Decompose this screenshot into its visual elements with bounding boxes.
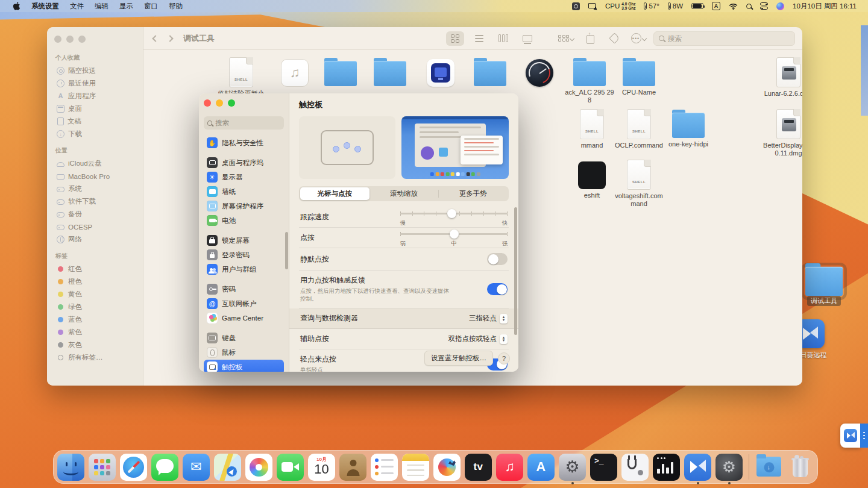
file-hidden-command[interactable]: SHELL mmand: [566, 109, 618, 149]
folder-cpu-name[interactable]: CPU-Name: [613, 57, 665, 96]
settings-search-field[interactable]: [204, 116, 284, 130]
settings-item-login-password[interactable]: 登录密码: [204, 248, 284, 262]
lookup-dropdown[interactable]: 三指轻点 ▲▼: [469, 314, 508, 324]
view-columns-button[interactable]: [494, 31, 512, 46]
input-source[interactable]: A: [708, 2, 725, 10]
sidebar-tag-orange[interactable]: 橙色: [54, 275, 138, 288]
sidebar-item-documents[interactable]: 文稿: [54, 115, 138, 128]
menu-app-name[interactable]: 系统设置: [26, 2, 64, 11]
file-betterdisplay-dmg[interactable]: BetterDisplay-v2.0.11.dmg: [763, 109, 802, 157]
settings-item-users-groups[interactable]: 用户与群组: [204, 262, 284, 277]
tracking-speed-slider[interactable]: 慢快: [400, 213, 508, 222]
dock-trash[interactable]: [787, 454, 814, 481]
file-oclp-command[interactable]: SHELL OCLP.command: [613, 109, 665, 149]
spotlight-search[interactable]: [742, 4, 756, 9]
wifi-status[interactable]: [725, 3, 742, 10]
sidebar-tag-purple[interactable]: 紫色: [54, 326, 138, 339]
dock-messages[interactable]: [151, 454, 178, 481]
siri[interactable]: [772, 2, 788, 10]
sidebar-tag-green[interactable]: 绿色: [54, 301, 138, 313]
slider-thumb[interactable]: [447, 209, 456, 218]
dock-appstore[interactable]: A: [527, 454, 555, 481]
tab-more-gestures[interactable]: 更多手势: [438, 187, 508, 200]
temperature-status[interactable]: 57°: [640, 2, 663, 10]
settings-item-screensaver[interactable]: 屏幕保护程序: [204, 199, 284, 213]
slider-thumb[interactable]: [450, 230, 459, 239]
desktop-folder-debug-tools[interactable]: 调试工具: [797, 265, 851, 306]
forward-button[interactable]: [166, 35, 173, 42]
sidebar-all-tags[interactable]: 所有标签…: [54, 351, 138, 364]
sidebar-item-backup-disk[interactable]: 备份: [54, 208, 138, 221]
battery-status[interactable]: [687, 3, 708, 9]
setup-bluetooth-trackpad-button[interactable]: 设置蓝牙触控板…: [424, 351, 493, 366]
menu-view[interactable]: 显示: [114, 2, 139, 11]
sidebar-tag-yellow[interactable]: 黄色: [54, 288, 138, 301]
view-list-button[interactable]: [470, 31, 488, 46]
file-lunar-dmg[interactable]: Lunar-6.2.6.dmg: [763, 57, 802, 98]
file-music[interactable]: ♫: [269, 57, 321, 87]
sidebar-item-ocesp-disk[interactable]: OCESP: [54, 221, 138, 233]
menu-clock[interactable]: 10月10日 周四 16:11: [788, 2, 861, 11]
sidebar-tag-gray[interactable]: 灰色: [54, 339, 138, 351]
tab-scroll-zoom[interactable]: 滚动缩放: [370, 187, 439, 200]
sidebar-item-desktop[interactable]: 桌面: [54, 102, 138, 115]
control-center[interactable]: [756, 2, 772, 10]
settings-item-passwords[interactable]: 密码: [204, 282, 284, 296]
finder-traffic-lights[interactable]: [54, 36, 138, 43]
finder-search-field[interactable]: [653, 31, 795, 46]
settings-item-privacy[interactable]: ✋隐私与安全性: [204, 136, 284, 150]
search-input[interactable]: [668, 34, 790, 43]
silent-click-toggle[interactable]: [487, 253, 508, 265]
cpu-status[interactable]: CPU 4.0 Ghz3.9 Ghz: [601, 2, 640, 10]
view-gallery-button[interactable]: [518, 31, 536, 46]
tab-point-click[interactable]: 光标与点按: [300, 187, 370, 200]
dock-photos[interactable]: [245, 454, 272, 481]
settings-traffic-lights[interactable]: [204, 99, 284, 107]
menu-window[interactable]: 窗口: [139, 2, 163, 11]
sidebar-item-system-disk[interactable]: 系统: [54, 183, 138, 195]
dock-stats-app[interactable]: [653, 454, 680, 481]
more-actions-button[interactable]: •••: [629, 31, 647, 46]
dock-music[interactable]: ♫: [496, 454, 523, 481]
sidebar-tag-red[interactable]: 红色: [54, 263, 138, 275]
sidebar-item-icloud[interactable]: iCloud云盘: [54, 157, 138, 170]
menu-help[interactable]: 帮助: [163, 2, 188, 11]
apple-menu[interactable]: [7, 2, 26, 10]
power-status[interactable]: 8W: [664, 2, 687, 10]
help-button[interactable]: ?: [498, 352, 510, 364]
sidebar-item-recents[interactable]: 最近使用: [54, 77, 138, 90]
settings-item-keyboard[interactable]: 键盘: [204, 331, 284, 345]
file-voltageshift-command[interactable]: SHELL voltageshift.command: [613, 160, 665, 208]
file-blue-app[interactable]: [415, 57, 467, 87]
settings-item-mouse[interactable]: 鼠标: [204, 345, 284, 360]
dock-maps[interactable]: [214, 454, 241, 481]
settings-item-lock-screen[interactable]: 锁定屏幕: [204, 233, 284, 248]
sunlogin-float-widget[interactable]: [840, 424, 868, 448]
dock-finder[interactable]: [57, 454, 84, 481]
settings-search-input[interactable]: [215, 119, 280, 127]
folder-one-key-hidpi[interactable]: one-key-hidpi: [662, 109, 714, 148]
sidebar-item-network[interactable]: 网络: [54, 233, 138, 246]
settings-item-battery[interactable]: 电池: [204, 213, 284, 228]
screen-record-status[interactable]: [568, 2, 584, 10]
dock-system-settings[interactable]: ⚙: [559, 454, 586, 481]
sidebar-item-downloads[interactable]: 下载: [54, 128, 138, 140]
settings-item-displays[interactable]: ☀显示器: [204, 170, 284, 184]
settings-item-game-center[interactable]: Game Center: [204, 311, 284, 325]
secondary-click-dropdown[interactable]: 双指点按或轻点 ▲▼: [448, 334, 508, 344]
dock-facetime[interactable]: [277, 454, 304, 481]
dock-contacts[interactable]: [339, 454, 366, 481]
folder-item[interactable]: [364, 57, 416, 86]
file-gauge-app[interactable]: [514, 57, 565, 87]
dock-freeform[interactable]: [433, 454, 461, 481]
group-by-button[interactable]: [557, 31, 575, 46]
dock-diagnostics-app[interactable]: [621, 454, 649, 481]
force-click-toggle[interactable]: [487, 283, 508, 295]
dock-downloads[interactable]: ↓: [755, 454, 782, 481]
sidebar-scrollbar[interactable]: [285, 232, 288, 269]
click-firmness-slider[interactable]: 弱强 中: [400, 233, 508, 243]
sidebar-item-airdrop[interactable]: 隔空投送: [54, 64, 138, 77]
dock-reminders[interactable]: [371, 454, 398, 481]
dock-safari[interactable]: [120, 454, 147, 481]
menu-file[interactable]: 文件: [64, 2, 89, 11]
